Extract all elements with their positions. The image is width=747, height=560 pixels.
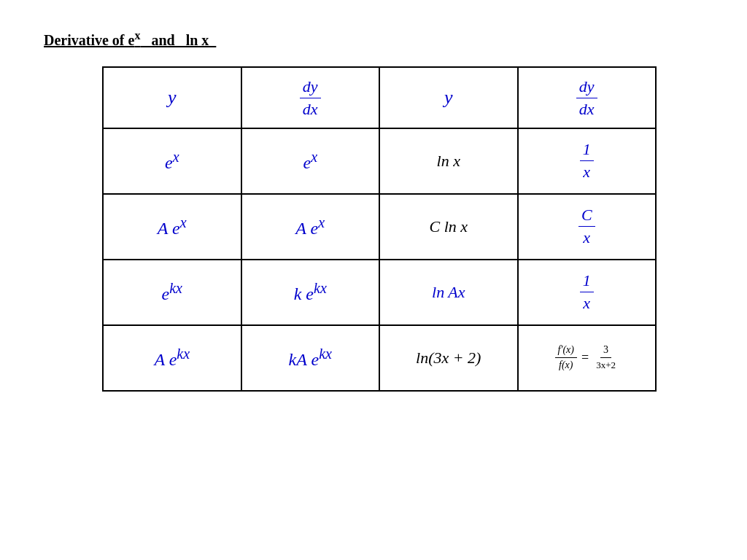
row2-col3: C ln x	[379, 194, 518, 260]
row4-col2: kA ekx	[241, 325, 380, 391]
table-row-2: A ex A ex C ln x C x	[103, 194, 656, 260]
row1-col3: ln x	[379, 128, 518, 194]
row4-col4: f′(x) f(x) = 3 3x+2	[518, 325, 657, 391]
table-row-3: ekx k ekx ln Ax 1 x	[103, 260, 656, 325]
row1-col1: ex	[103, 128, 241, 194]
header-col3: y	[379, 67, 518, 128]
header-col2: dy dx	[241, 67, 380, 128]
table-row-1: ex ex ln x 1 x	[103, 128, 656, 194]
row1-col4: 1 x	[518, 128, 657, 194]
row3-col3: ln Ax	[379, 260, 518, 325]
row4-col3: ln(3x + 2)	[379, 325, 518, 391]
row2-col1: A ex	[103, 194, 241, 260]
row2-col2: A ex	[241, 194, 380, 260]
header-col1: y	[103, 67, 241, 128]
table-row-4: A ekx kA ekx ln(3x + 2) f′(x) f(x) = 3 3…	[103, 325, 656, 391]
header-col4: dy dx	[518, 67, 657, 128]
table-header-row: y dy dx y dy dx	[103, 67, 656, 128]
derivatives-table: y dy dx y dy dx ex ex ln x	[102, 66, 657, 392]
row4-col1: A ekx	[103, 325, 241, 391]
page-title: Derivative of ex and ln x	[44, 29, 703, 49]
row1-col2: ex	[241, 128, 380, 194]
row3-col1: ekx	[103, 260, 241, 325]
row3-col4: 1 x	[518, 260, 657, 325]
row3-col2: k ekx	[241, 260, 380, 325]
row2-col4: C x	[518, 194, 657, 260]
